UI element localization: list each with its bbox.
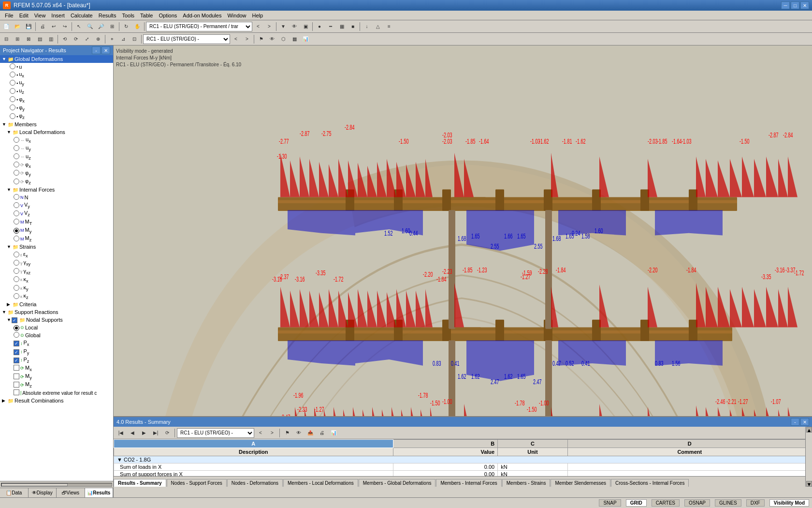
tree-global[interactable]: ⊙ Global <box>0 331 113 339</box>
table-row-co2[interactable]: ▼ CO2 - 1.8G <box>114 456 812 463</box>
tb-member[interactable]: ━ <box>325 21 336 32</box>
tb-display[interactable]: 👁 <box>289 21 300 32</box>
radio-uz[interactable] <box>10 88 16 95</box>
rt-nav-prev[interactable]: < <box>255 428 266 438</box>
tree-abs-extreme[interactable]: | Absolute extreme value for result c <box>0 389 113 397</box>
tab-members-internal[interactable]: Members - Internal Forces <box>436 479 501 487</box>
menu-addons[interactable]: Add-on Modules <box>180 12 224 19</box>
tb-redo[interactable]: ↪ <box>59 21 70 32</box>
tb2-chart[interactable]: 📊 <box>300 34 311 45</box>
tb-rotate[interactable]: ↻ <box>121 21 131 32</box>
tree-gxz[interactable]: γ γxz <box>0 268 113 276</box>
tree-ux[interactable]: ▪ ux <box>0 71 113 79</box>
tb2-3[interactable]: ⊠ <box>23 34 34 45</box>
tab-slender[interactable]: Member Slendernesses <box>551 479 610 487</box>
combo-2[interactable]: RC1 - ELU (STR/GEO) - <box>143 34 230 44</box>
menu-tools[interactable]: Tools <box>119 12 137 19</box>
maximize-button[interactable]: □ <box>791 1 799 9</box>
rt-export[interactable]: 📤 <box>305 428 316 438</box>
expand-internal[interactable]: ▼ <box>7 187 12 192</box>
tree-My[interactable]: M My <box>0 226 113 235</box>
rt-nav-next[interactable]: > <box>267 428 277 438</box>
tree-scrollbar[interactable] <box>0 481 113 488</box>
tb2-9[interactable]: ⊕ <box>93 34 103 45</box>
tree-local[interactable]: ⊙ Local <box>0 324 113 331</box>
tree-strains[interactable]: ▼ 📁 Strains <box>0 243 113 251</box>
rt-eye[interactable]: 👁 <box>293 428 304 438</box>
tree-support-reactions[interactable]: ▼ 📁 Support Reactions <box>0 308 113 316</box>
menu-calculate[interactable]: Calculate <box>68 12 96 19</box>
status-glines[interactable]: GLINES <box>715 499 741 507</box>
status-cartes[interactable]: CARTES <box>652 499 680 507</box>
rt-chart[interactable]: 📊 <box>328 428 339 438</box>
expand-nodal[interactable]: ▼ <box>7 317 12 322</box>
radio-phiz[interactable] <box>10 113 16 120</box>
tree-Mx[interactable]: ⟳ Mx <box>0 364 113 373</box>
status-visibility[interactable]: Visibility Mod <box>769 499 809 507</box>
tb-render[interactable]: ▣ <box>300 21 311 32</box>
tree-global-deformations[interactable]: ▼ 📁 Global Deformations <box>0 55 113 63</box>
expand-rc[interactable]: ▶ <box>2 398 7 403</box>
tree-kx[interactable]: κ κx <box>0 276 113 284</box>
tree-nodal-supports[interactable]: ▼ ✓ 📁 Nodal Supports <box>0 316 113 324</box>
tb-open[interactable]: 📂 <box>12 21 23 32</box>
scroll-track[interactable] <box>1 483 112 487</box>
tb2-11[interactable]: ⊿ <box>118 34 129 45</box>
tab-cross-sections[interactable]: Cross-Sections - Internal Forces <box>611 479 689 487</box>
tree-result-combinations[interactable]: ▶ 📁 Result Combinations <box>0 397 113 404</box>
tb2-exp[interactable]: ⬡ <box>278 34 289 45</box>
expand-support[interactable]: ▼ <box>2 310 7 314</box>
tab-members-local[interactable]: Members - Local Deformations <box>283 479 358 487</box>
tree-ky[interactable]: κ κy <box>0 284 113 292</box>
tree-local-def[interactable]: ▼ 📁 Local Deformations <box>0 128 113 136</box>
scroll-track-v[interactable] <box>806 433 812 481</box>
tb2-6[interactable]: ⟲ <box>59 34 70 45</box>
tb-save[interactable]: 💾 <box>23 21 34 32</box>
tb-new[interactable]: 📄 <box>1 21 12 32</box>
nav-prev-btn[interactable]: < <box>253 21 263 32</box>
tb2-4[interactable]: ▤ <box>34 34 45 45</box>
menu-results[interactable]: Results <box>96 12 119 19</box>
expand-local-def[interactable]: ▼ <box>7 130 12 134</box>
tb-zoom-out[interactable]: 🔎 <box>96 21 106 32</box>
tab-data[interactable]: 📋 Data <box>0 488 29 497</box>
radio-ux[interactable] <box>10 72 16 78</box>
tb-zoom-in[interactable]: 🔍 <box>85 21 95 32</box>
status-grid[interactable]: GRID <box>626 499 647 507</box>
status-dxf[interactable]: DXF <box>746 499 765 507</box>
tb2-10[interactable]: ⌖ <box>107 34 117 45</box>
scroll-thumb[interactable] <box>1 483 68 486</box>
scroll-down-btn[interactable]: ▼ <box>806 481 812 487</box>
tree-uz[interactable]: ▪ uz <box>0 87 113 95</box>
menu-options[interactable]: Options <box>156 12 180 19</box>
menu-window[interactable]: Window <box>224 12 249 19</box>
tab-members-global[interactable]: Members - Global Deformations <box>359 479 436 487</box>
tree-ex[interactable]: ε εx <box>0 251 113 259</box>
tab-members-strains[interactable]: Members - Strains <box>502 479 551 487</box>
tab-results[interactable]: 📊 Results <box>85 488 114 497</box>
tb-undo[interactable]: ↩ <box>48 21 59 32</box>
results-close-btn[interactable]: ✕ <box>800 418 809 426</box>
expand-criteria[interactable]: ▶ <box>7 302 12 307</box>
rt-filter[interactable]: ⚑ <box>282 428 292 438</box>
rt-last[interactable]: ▶| <box>150 428 161 438</box>
tree-MT[interactable]: M MT <box>0 218 113 226</box>
radio-phix[interactable] <box>10 96 16 103</box>
tb-print[interactable]: 🖨 <box>37 21 48 32</box>
title-bar-controls[interactable]: ─ □ ✕ <box>781 1 809 9</box>
tb2-flag[interactable]: ⚑ <box>256 34 266 45</box>
nav-next-btn[interactable]: > <box>264 21 275 32</box>
results-scrollbar[interactable]: ▲ ▼ <box>805 427 812 487</box>
tb2-1[interactable]: ⊟ <box>1 34 12 45</box>
tree-Px[interactable]: ✓ ↕ Px <box>0 339 113 347</box>
tree-internal-forces[interactable]: ▼ 📁 Internal Forces <box>0 186 113 194</box>
tb-filter[interactable]: ▼ <box>278 21 289 32</box>
rt-prev[interactable]: ◀ <box>127 428 138 438</box>
tree-SRMz[interactable]: ⟳ Mz <box>0 381 113 389</box>
tb2-7[interactable]: ⟳ <box>71 34 81 45</box>
tb-node[interactable]: ● <box>314 21 325 32</box>
tb-result[interactable]: ≡ <box>384 21 394 32</box>
results-collapse-btn[interactable]: - <box>791 418 799 426</box>
tb-load[interactable]: ↓ <box>362 21 372 32</box>
tree-Vy[interactable]: V Vy <box>0 201 113 209</box>
